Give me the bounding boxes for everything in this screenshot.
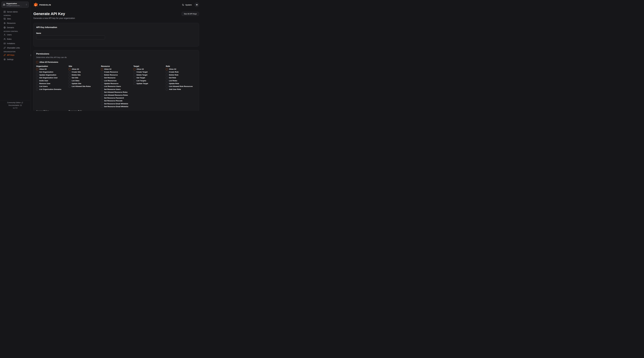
permission-checkbox[interactable]	[101, 71, 103, 73]
permission-checkbox[interactable]	[166, 77, 168, 79]
permission-checkbox[interactable]	[69, 77, 71, 79]
permission-checkbox[interactable]	[166, 83, 168, 85]
permission-checkbox[interactable]	[101, 88, 103, 90]
permission-label: Delete Resource	[104, 74, 118, 76]
permission-checkbox[interactable]	[69, 74, 71, 76]
permission-row: Get Target	[134, 77, 164, 79]
permission-label: List Roles	[169, 80, 177, 82]
theme-toggle[interactable]: System	[182, 4, 192, 6]
permission-checkbox[interactable]	[101, 103, 103, 105]
permission-checkbox[interactable]	[36, 74, 38, 76]
sidebar-item-sites[interactable]: Sites	[2, 17, 29, 20]
permission-row: Create Role	[166, 71, 196, 73]
sidebar-item-shareable-links[interactable]: Shareable Links	[2, 46, 29, 49]
permission-label: List Organization Domains	[39, 88, 61, 90]
permission-checkbox[interactable]	[101, 97, 103, 99]
sidebar-item-domains[interactable]: Domains	[2, 26, 29, 29]
permission-checkbox[interactable]	[101, 91, 103, 93]
permission-checkbox[interactable]	[134, 74, 136, 76]
permission-checkbox[interactable]	[101, 77, 103, 79]
user-menu-avatar[interactable]: M	[194, 2, 199, 7]
permission-row: Allow All	[166, 68, 196, 70]
sidebar-item-settings[interactable]: Settings	[2, 58, 29, 61]
allow-all-checkbox[interactable]	[101, 68, 103, 70]
permission-checkbox[interactable]	[101, 94, 103, 96]
allow-all-checkbox[interactable]	[36, 68, 38, 70]
permissions-grid: OrganizationAllow AllGet OrganizationUpd…	[36, 65, 196, 108]
allow-all-checkbox[interactable]	[166, 68, 168, 70]
permission-checkbox[interactable]	[36, 88, 38, 90]
permission-checkbox[interactable]	[101, 106, 103, 108]
permission-label: List Resource Users	[104, 85, 121, 87]
sidebar-item-invitations[interactable]: Invitations	[2, 42, 29, 45]
permission-checkbox[interactable]	[101, 74, 103, 76]
permission-row: Update Target	[134, 83, 164, 85]
permission-checkbox[interactable]	[166, 88, 168, 90]
footer-link-documentation[interactable]: Documentation	[8, 104, 22, 106]
permission-row: List Resources	[101, 80, 132, 82]
permission-row: Delete Target	[134, 74, 164, 76]
allow-all-permissions-checkbox[interactable]	[36, 61, 38, 63]
permission-checkbox[interactable]	[69, 80, 71, 82]
permission-checkbox[interactable]	[166, 71, 168, 73]
sidebar-item-users[interactable]: Users	[2, 33, 29, 36]
permission-group-title: Site	[69, 65, 99, 67]
permission-row: List Sites	[69, 80, 99, 82]
permission-row: Get Resource Email Whitelist	[101, 106, 132, 108]
api-key-information-title: API Key Information	[36, 26, 196, 29]
permission-checkbox[interactable]	[101, 85, 103, 87]
permission-label: Get Resource Email Whitelist	[104, 106, 128, 108]
permission-checkbox[interactable]	[36, 85, 38, 87]
brand[interactable]: PANGOLIN	[33, 2, 51, 7]
permission-label: List Allowed Resource Roles	[104, 94, 128, 96]
permission-checkbox[interactable]	[36, 83, 38, 85]
permission-checkbox[interactable]	[101, 100, 103, 102]
permission-checkbox[interactable]	[69, 71, 71, 73]
permission-row: Get Organization User	[36, 77, 66, 79]
allow-all-checkbox[interactable]	[134, 68, 136, 70]
see-all-api-keys-button[interactable]: See All API Keys	[182, 12, 199, 16]
permission-checkbox[interactable]	[101, 80, 103, 82]
sidebar-item-api-keys[interactable]: API Keys	[2, 54, 29, 56]
permission-row: List Roles	[166, 80, 196, 82]
permission-label: Get Organization User	[39, 77, 58, 79]
permission-checkbox[interactable]	[69, 83, 71, 85]
permission-checkbox[interactable]	[69, 85, 71, 87]
permission-label: Create Site	[72, 71, 81, 73]
sidebar-item-resources[interactable]: Resources	[2, 22, 29, 24]
permission-checkbox[interactable]	[36, 80, 38, 82]
permission-checkbox[interactable]	[36, 77, 38, 79]
permission-checkbox[interactable]	[166, 74, 168, 76]
permission-checkbox[interactable]	[134, 77, 136, 79]
permission-row: Create Resource	[101, 71, 132, 73]
permission-checkbox[interactable]	[166, 85, 168, 87]
permission-row: Set Resource Password	[101, 97, 132, 99]
permission-label: List Allowed Role Resources	[169, 85, 193, 87]
sidebar-item-server-admin[interactable]: Server Admin	[2, 10, 29, 13]
page-header-text: Generate API Key Generate a new API key …	[33, 12, 75, 19]
footer-link-label: Community Edition	[7, 102, 21, 104]
sidebar-scrollbar-thumb[interactable]	[31, 54, 31, 56]
sidebar-item-label: Users	[7, 34, 12, 36]
footer-link-community-edition[interactable]: Community Edition	[7, 102, 23, 104]
permission-group-title-resource-rule: Resource Rule	[69, 110, 99, 111]
organization-selector[interactable]: Organization milo@fossorial.io's ...	[2, 1, 29, 8]
permission-group-title: Organization	[36, 65, 66, 67]
permission-label: Update Site	[72, 83, 81, 85]
permission-checkbox[interactable]	[166, 80, 168, 82]
sidebar-item-label: Shareable Links	[7, 47, 20, 49]
organization-selector-value: milo@fossorial.io's ...	[6, 5, 24, 7]
name-input[interactable]	[36, 35, 105, 39]
permission-label: Delete Target	[136, 74, 148, 76]
brand-name: PANGOLIN	[40, 4, 51, 6]
permission-checkbox[interactable]	[36, 71, 38, 73]
avatar-initial: M	[196, 4, 198, 6]
allow-all-checkbox[interactable]	[69, 68, 71, 70]
sidebar-item-roles[interactable]: Roles	[2, 38, 29, 40]
permission-label: Allow All	[72, 68, 79, 70]
permission-label: Remove User	[39, 83, 50, 85]
permission-checkbox[interactable]	[134, 80, 136, 82]
permission-checkbox[interactable]	[134, 83, 136, 85]
permission-checkbox[interactable]	[134, 71, 136, 73]
permission-checkbox[interactable]	[101, 83, 103, 85]
